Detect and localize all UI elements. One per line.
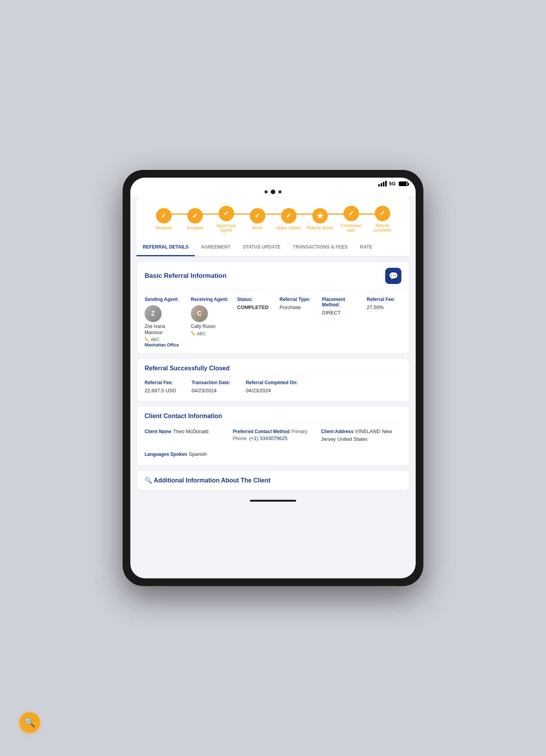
transaction-date-col: Transaction Date: 04/23/2024 <box>192 380 231 393</box>
referral-closed-card: Referral Successfully Closed Referral Fe… <box>136 358 410 402</box>
step-referral-completed: ✓ Referral completed <box>367 206 398 233</box>
sending-agent-avatar-placeholder: Z <box>145 305 162 322</box>
tab-agreement[interactable]: AGREEMENT <box>195 239 237 256</box>
step-label-status: Status Update <box>276 226 301 230</box>
placement-method-col: Placement Method: DIRECT <box>322 297 359 316</box>
referral-closed-title: Referral Successfully Closed <box>137 359 409 376</box>
completed-on-value: 04/23/2024 <box>246 388 298 393</box>
sending-agent-avatar: Z <box>145 305 162 322</box>
step-label-active: Active <box>252 226 263 230</box>
client-address-line3: United States <box>337 436 367 442</box>
status-bar: 5G <box>130 178 416 190</box>
client-phone-link[interactable]: (+1) 3343079625 <box>249 435 287 441</box>
client-name-value: Theo McDonald <box>173 428 209 434</box>
preferred-contact-col: Preferred Contact Method Primary Phone: … <box>233 428 313 443</box>
referral-fee-pct-value: 27.50% <box>367 304 401 310</box>
receiving-agent-brokerage: ✏️ ABC <box>191 331 229 336</box>
sending-brokerage-name: ABC <box>151 337 160 342</box>
sending-agent-brokerage: ✏️ ABC <box>145 337 183 342</box>
pencil-icon-sending: ✏️ <box>145 338 149 342</box>
step-status-update: ✓ Status Update <box>273 208 304 230</box>
fee-value: 22,687.5 USD <box>145 388 176 393</box>
step-label-commission: Commission paid <box>338 223 365 233</box>
additional-info-title: 🔍 Additional Information About The Clien… <box>145 477 270 484</box>
fee-row: Referral Fee: 22,687.5 USD Transaction D… <box>137 376 409 401</box>
fee-col: Referral Fee: 22,687.5 USD <box>145 380 176 393</box>
step-circle-received: ✓ <box>156 208 172 223</box>
camera-dot-3 <box>278 190 281 193</box>
pencil-icon-receiving: ✏️ <box>191 331 195 336</box>
language-value: Spanish <box>189 451 207 457</box>
tab-referral-details[interactable]: REFERRAL DETAILS <box>136 239 195 256</box>
client-address-label: Client Address <box>321 429 353 434</box>
progress-section: ✓ Received ✓ Accepted ✓ Agreement Signed… <box>136 197 410 239</box>
completed-on-label: Referral Completed On: <box>246 380 298 385</box>
sending-agent-name: Zoe Ivana Mansour <box>145 324 183 336</box>
client-name-label: Client Name <box>145 429 171 434</box>
additional-info-title-label: Additional Information About The Client <box>154 477 270 484</box>
sending-agent-col: Sending Agent: Z Zoe Ivana Mansour ✏️ AB… <box>145 297 183 347</box>
step-circle-completed: ✓ <box>375 206 390 221</box>
client-contact-title: Client Contact Information <box>137 407 409 423</box>
transaction-date-label: Transaction Date: <box>192 380 231 385</box>
card-body-basic: Sending Agent: Z Zoe Ivana Mansour ✏️ AB… <box>137 290 409 353</box>
tab-status-update[interactable]: STATUS UPDATE <box>237 239 287 256</box>
home-indicator <box>130 495 416 506</box>
language-section: Languages Spoken Spanish <box>137 450 409 465</box>
step-label-closed: Referral closed <box>307 226 333 230</box>
client-address-line1: VINELAND <box>355 428 380 434</box>
tab-rate[interactable]: RATE <box>354 239 379 256</box>
step-label-received: Received <box>156 226 172 230</box>
client-name-col: Client Name Theo McDonald <box>145 428 225 443</box>
sending-office-link[interactable]: Manhattan Office <box>145 343 183 347</box>
referral-type-col: Referral Type: Purchase <box>280 297 314 310</box>
step-referral-closed: ★ Referral closed <box>304 208 335 230</box>
additional-info-section: 🔍 Additional Information About The Clien… <box>136 470 410 491</box>
transaction-date-value: 04/23/2024 <box>192 388 231 393</box>
home-bar <box>250 500 296 502</box>
placement-method-label: Placement Method: <box>322 297 359 307</box>
step-received: ✓ Received <box>148 208 179 230</box>
chat-button[interactable]: 💬 <box>385 268 401 284</box>
camera-dot-2 <box>271 190 275 194</box>
card-header-basic: Basic Referral Information 💬 <box>137 262 409 290</box>
signal-bar-3 <box>383 182 384 186</box>
step-circle-accepted: ✓ <box>187 208 203 223</box>
step-agreement-signed: ✓ Agreement Signed <box>211 206 242 233</box>
status-col: Status: COMPLETED <box>237 297 272 310</box>
completed-on-col: Referral Completed On: 04/23/2024 <box>246 380 298 393</box>
step-label-agreement: Agreement Signed <box>213 223 240 233</box>
step-circle-agreement: ✓ <box>219 206 234 221</box>
tabs-section: REFERRAL DETAILS AGREEMENT STATUS UPDATE… <box>136 239 410 257</box>
referral-fee-pct-col: Referral Fee: 27.50% <box>367 297 401 310</box>
chat-icon: 💬 <box>389 271 398 281</box>
referral-fee-pct-label: Referral Fee: <box>367 297 401 302</box>
signal-bar-4 <box>385 181 387 186</box>
screen: 5G ✓ Received ✓ Accepted <box>130 178 416 578</box>
step-commission-paid: ✓ Commission paid <box>335 206 367 233</box>
receiving-agent-avatar: C <box>191 305 208 322</box>
basic-referral-title: Basic Referral Information <box>145 272 227 280</box>
step-active: ✓ Active <box>242 208 273 230</box>
battery-fill <box>399 182 406 185</box>
camera-dot-1 <box>265 190 268 193</box>
camera-area <box>130 190 416 197</box>
basic-referral-card: Basic Referral Information 💬 Sending Age… <box>136 261 410 354</box>
step-circle-active: ✓ <box>250 208 265 223</box>
step-accepted: ✓ Accepted <box>179 208 211 230</box>
battery-icon <box>399 181 408 186</box>
receiving-brokerage-name: ABC <box>197 331 206 336</box>
status-value: COMPLETED <box>237 304 272 310</box>
signal-bar-2 <box>381 183 382 186</box>
client-grid: Client Name Theo McDonald Preferred Cont… <box>137 424 409 450</box>
sending-agent-label: Sending Agent: <box>145 297 183 302</box>
client-contact-card: Client Contact Information Client Name T… <box>136 406 410 465</box>
signal-bars <box>378 181 387 186</box>
step-circle-status: ✓ <box>281 208 297 223</box>
receiving-agent-name: Cally Russo <box>191 324 229 330</box>
preferred-contact-label: Preferred Contact Method <box>233 429 290 434</box>
step-label-completed: Referral completed <box>369 223 396 233</box>
receiving-agent-col: Receiving Agent: C Cally Russo ✏️ ABC <box>191 297 229 336</box>
tab-transactions-fees[interactable]: TRANSACTIONS & FEES <box>287 239 354 256</box>
receiving-agent-avatar-placeholder: C <box>191 305 208 322</box>
